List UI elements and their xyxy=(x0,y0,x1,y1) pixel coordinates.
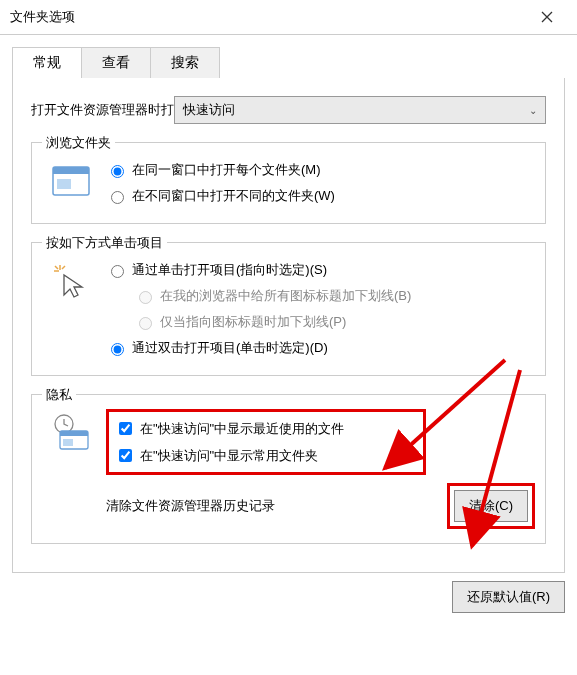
radio-double-click[interactable]: 通过双击打开项目(单击时选定)(D) xyxy=(106,335,535,361)
open-in-dropdown[interactable]: 快速访问 ⌄ xyxy=(174,96,546,124)
svg-line-6 xyxy=(62,266,65,269)
radio-underline-hover: 仅当指向图标标题时加下划线(P) xyxy=(134,309,535,335)
tabs: 常规 查看 搜索 xyxy=(12,47,577,78)
check-frequent-folders[interactable]: 在"快速访问"中显示常用文件夹 xyxy=(115,442,417,469)
svg-rect-2 xyxy=(57,179,71,189)
radio-different-windows[interactable]: 在不同窗口中打开不同的文件夹(W) xyxy=(106,183,535,209)
svg-rect-9 xyxy=(60,431,88,436)
group-privacy: 隐私 在"快速访问"中显示最近使用的文件 xyxy=(31,394,546,544)
close-button[interactable] xyxy=(527,2,567,32)
privacy-history-icon xyxy=(50,411,92,453)
group-browse-folders: 浏览文件夹 在同一窗口中打开每个文件夹(M) 在不同窗口中打开不同的文件夹(W) xyxy=(31,142,546,224)
radio-underline-all: 在我的浏览器中给所有图标标题加下划线(B) xyxy=(134,283,535,309)
browse-folders-legend: 浏览文件夹 xyxy=(42,134,115,152)
window-title: 文件夹选项 xyxy=(10,8,75,26)
svg-line-5 xyxy=(55,266,58,269)
clear-button-highlight: 清除(C) xyxy=(447,483,535,529)
tab-panel-general: 打开文件资源管理器时打 快速访问 ⌄ 浏览文件夹 在同一窗口中打开每个文件夹(M… xyxy=(12,78,565,573)
clear-button[interactable]: 清除(C) xyxy=(454,490,528,522)
svg-rect-10 xyxy=(63,439,73,446)
restore-defaults-button[interactable]: 还原默认值(R) xyxy=(452,581,565,613)
privacy-legend: 隐私 xyxy=(42,386,76,404)
group-click-items: 按如下方式单击项目 通过单击打开项目(指向时选定)(S) xyxy=(31,242,546,376)
open-in-label: 打开文件资源管理器时打 xyxy=(31,101,174,119)
folder-window-icon xyxy=(50,159,92,201)
radio-same-window[interactable]: 在同一窗口中打开每个文件夹(M) xyxy=(106,157,535,183)
open-in-selected: 快速访问 xyxy=(183,101,235,119)
click-items-legend: 按如下方式单击项目 xyxy=(42,234,167,252)
chevron-down-icon: ⌄ xyxy=(529,105,537,116)
tab-general[interactable]: 常规 xyxy=(12,47,82,78)
tab-search[interactable]: 搜索 xyxy=(150,47,220,78)
radio-single-click[interactable]: 通过单击打开项目(指向时选定)(S) xyxy=(106,257,535,283)
tab-view[interactable]: 查看 xyxy=(81,47,151,78)
cursor-click-icon xyxy=(50,259,92,301)
privacy-highlight-box: 在"快速访问"中显示最近使用的文件 在"快速访问"中显示常用文件夹 xyxy=(106,409,426,475)
clear-history-label: 清除文件资源管理器历史记录 xyxy=(106,497,275,515)
check-recent-files[interactable]: 在"快速访问"中显示最近使用的文件 xyxy=(115,415,417,442)
svg-rect-1 xyxy=(53,167,89,174)
